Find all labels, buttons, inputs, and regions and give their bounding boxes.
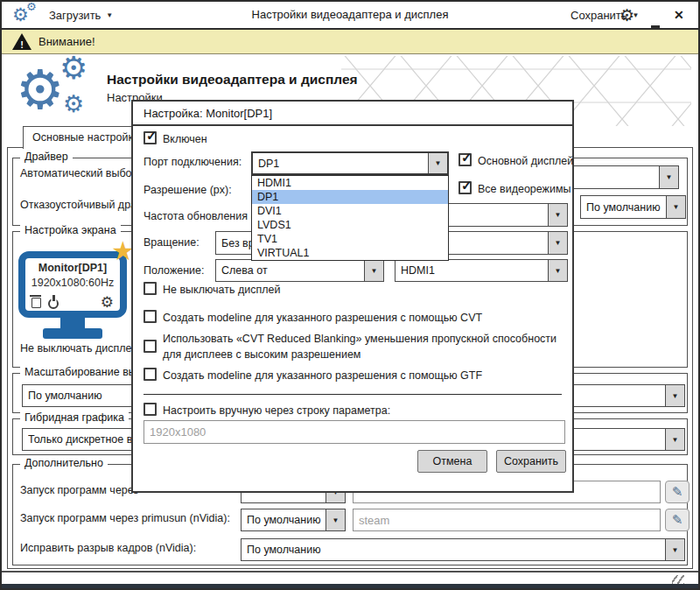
- titlebar: ⚙ ⚙ Загрузить ▼ Настройки видеоадаптера …: [2, 2, 698, 30]
- dropdown-arrow-button[interactable]: ▼: [548, 260, 567, 281]
- dropdown-arrow-button[interactable]: ▼: [548, 204, 567, 226]
- dropdown-arrow-button[interactable]: ▼: [666, 196, 685, 218]
- save-button[interactable]: Сохранить: [496, 450, 566, 473]
- monitor-base: [43, 328, 102, 339]
- warning-banner: Внимание!: [2, 30, 698, 54]
- dropdown-arrow-button[interactable]: ▼: [665, 385, 684, 406]
- chevron-down-icon: ▼: [672, 546, 679, 554]
- port-option-selected[interactable]: DP1: [252, 190, 448, 204]
- port-option[interactable]: VIRTUAL1: [252, 246, 448, 260]
- fix-tearing-value: По умолчанию: [247, 539, 662, 560]
- enabled-label: Включен: [163, 133, 207, 145]
- chevron-down-icon: ▼: [555, 267, 562, 275]
- dropdown-arrow-button[interactable]: ▼: [428, 153, 447, 173]
- position-value: Слева от: [221, 260, 360, 281]
- page-title: Настройки видеоадаптера и дисплея: [107, 72, 358, 88]
- settings-gear-button[interactable]: ⚙: [620, 2, 634, 28]
- gear-icon: ⚙: [60, 53, 88, 84]
- separator: [144, 394, 562, 395]
- chevron-down-icon: ▼: [555, 239, 562, 247]
- rotation-label: Вращение:: [144, 236, 200, 249]
- port-label: Порт подключения:: [144, 156, 242, 168]
- dropdown-arrow-button[interactable]: ▼: [665, 429, 684, 450]
- all-modes-checkbox[interactable]: ✓: [458, 181, 472, 194]
- refresh-rate-label: Частота обновления (: [144, 210, 255, 222]
- port-dropdown[interactable]: DP1 ▼: [251, 151, 449, 175]
- edit-button[interactable]: ✎: [665, 481, 690, 503]
- app-logo-large: ⚙ ⚙ ⚙: [16, 60, 107, 126]
- warning-icon: [12, 33, 32, 50]
- dropdown-arrow-button[interactable]: ▼: [665, 539, 684, 560]
- monitor-settings-dialog: Настройка: Monitor[DP1] ✓ Включен Порт п…: [131, 100, 574, 493]
- keep-on-label: Не выключать дисплей: [163, 284, 281, 296]
- run-programs-2-dropdown[interactable]: По умолчанию ▼: [241, 509, 346, 531]
- resolution-label: Разрешение (px):: [144, 184, 232, 196]
- cancel-button[interactable]: Отмена: [417, 450, 487, 473]
- manual-mode-input[interactable]: [144, 420, 565, 444]
- cvt-rb-label-line1: Использовать «CVT Reduced Blanking» умен…: [163, 333, 556, 345]
- dropdown-arrow-button[interactable]: ▼: [659, 166, 678, 188]
- failsafe-driver-value: По умолчанию: [586, 196, 662, 218]
- primary-display-label: Основной дисплей: [478, 155, 573, 167]
- dialog-title: Настройка: Monitor[DP1]: [144, 107, 272, 120]
- screen-group-legend: Настройка экрана: [20, 224, 121, 236]
- close-button[interactable]: ✕: [674, 2, 684, 28]
- trash-icon[interactable]: [32, 298, 41, 308]
- run-programs-2-input[interactable]: [353, 509, 661, 531]
- chevron-down-icon: ▼: [435, 159, 442, 167]
- chevron-down-icon: ▼: [672, 436, 679, 444]
- edit-button[interactable]: ✎: [665, 509, 690, 531]
- keep-on-checkbox[interactable]: [144, 282, 157, 295]
- port-value: DP1: [258, 153, 424, 173]
- port-option[interactable]: LVDS1: [252, 218, 448, 232]
- enabled-checkbox[interactable]: ✓: [144, 131, 157, 144]
- gear-icon[interactable]: ⚙: [101, 295, 114, 311]
- gear-icon: ⚙: [63, 93, 84, 116]
- keep-on-label: Не выключать дисплей: [20, 342, 138, 355]
- check-icon: ✓: [461, 150, 472, 165]
- power-icon[interactable]: [48, 299, 59, 309]
- dropdown-arrow-button[interactable]: ▼: [548, 232, 567, 254]
- auto-driver-label: Автоматический выбор: [20, 167, 138, 179]
- close-icon: ✕: [674, 8, 684, 22]
- run-programs-2-label: Запуск программ через primusun (nVidia):: [20, 512, 230, 524]
- check-icon: ✓: [146, 128, 158, 144]
- failsafe-driver-dropdown[interactable]: По умолчанию ▼: [580, 195, 686, 219]
- cvt-rb-checkbox[interactable]: [144, 340, 157, 353]
- dropdown-arrow-button[interactable]: ▼: [364, 260, 383, 281]
- manual-checkbox[interactable]: [144, 403, 157, 416]
- port-option[interactable]: DVI1: [252, 204, 448, 218]
- gtf-checkbox[interactable]: [144, 368, 157, 381]
- gear-icon: ⚙: [16, 63, 65, 117]
- cvt-checkbox[interactable]: [144, 310, 157, 323]
- monitor-toolbar: ⚙: [32, 295, 114, 311]
- dialog-titlebar: Настройка: Monitor[DP1]: [133, 102, 572, 126]
- position-dropdown[interactable]: Слева от ▼: [215, 259, 384, 282]
- driver-group-legend: Драйвер: [20, 151, 73, 163]
- fix-tearing-dropdown[interactable]: По умолчанию ▼: [241, 538, 685, 561]
- bottom-bar: [2, 584, 698, 588]
- check-icon: ✓: [461, 178, 472, 193]
- port-option[interactable]: HDMI1: [252, 176, 448, 190]
- port-option[interactable]: TV1: [252, 232, 448, 246]
- run-programs-2-value: По умолчанию: [247, 509, 322, 530]
- primary-display-checkbox[interactable]: ✓: [458, 153, 472, 166]
- pencil-icon: ✎: [672, 512, 683, 528]
- dropdown-arrow-button[interactable]: ▼: [326, 509, 345, 530]
- chevron-down-icon: ▼: [666, 173, 673, 181]
- extra-group-legend: Дополнительно: [20, 457, 108, 469]
- chevron-down-icon: ▼: [555, 211, 562, 219]
- all-modes-label: Все видеорежимы: [478, 183, 571, 195]
- chevron-down-icon: ▼: [371, 267, 378, 275]
- warning-text: Внимание!: [38, 35, 95, 48]
- position-target-dropdown[interactable]: HDMI1 ▼: [395, 259, 568, 282]
- gear-icon: ⚙: [620, 7, 634, 24]
- hybrid-group-legend: Гибридная графика: [20, 411, 129, 424]
- monitor-name: Monitor[DP1]: [25, 262, 120, 274]
- app-window: ⚙ ⚙ Загрузить ▼ Настройки видеоадаптера …: [0, 0, 700, 590]
- pencil-icon: ✎: [672, 484, 683, 500]
- run-programs-1-label: Запуск программ через: [20, 484, 138, 496]
- manual-label: Настроить вручную через строку параметра…: [163, 404, 390, 417]
- chevron-down-icon: ▼: [673, 203, 680, 211]
- tab-main-settings[interactable]: Основные настройки: [23, 126, 149, 149]
